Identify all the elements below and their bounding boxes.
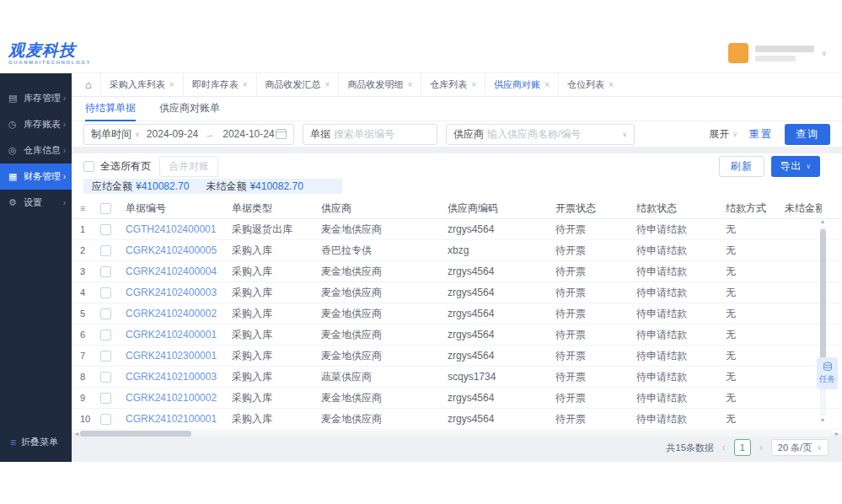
column-header[interactable]: 未结金额: [785, 201, 822, 216]
chevron-down-icon: ∨: [817, 444, 822, 452]
close-icon[interactable]: ×: [325, 80, 330, 89]
row-checkbox[interactable]: [100, 266, 111, 277]
row-index: 3: [80, 266, 100, 276]
close-icon[interactable]: ×: [169, 80, 174, 89]
sub-tab[interactable]: 待结算单据: [85, 97, 136, 121]
page-tab[interactable]: 供应商对账 ×: [485, 73, 558, 96]
date-range-filter[interactable]: 制单时间 ∨ 2024-09-24 → 2024-10-24: [83, 124, 294, 145]
query-button[interactable]: 查询: [785, 124, 830, 145]
order-number-link[interactable]: CGRK24102400005: [126, 244, 217, 256]
row-checkbox[interactable]: [100, 393, 111, 404]
column-header[interactable]: 供应商编码: [448, 201, 555, 216]
table-row[interactable]: 5 CGRK24102400002 采购入库 麦金地供应商 zrgys4564 …: [72, 303, 842, 324]
order-number-link[interactable]: CGRK24102400004: [126, 265, 217, 277]
page-size-select[interactable]: 20 条/页 ∨: [771, 439, 829, 456]
close-icon[interactable]: ×: [243, 80, 248, 89]
close-icon[interactable]: ×: [407, 80, 412, 89]
date-from-value[interactable]: 2024-09-24: [147, 128, 198, 140]
table-row[interactable]: 4 CGRK24102400003 采购入库 麦金地供应商 zrgys4564 …: [72, 282, 842, 303]
column-header[interactable]: 结款方式: [726, 201, 785, 216]
date-to-value[interactable]: 2024-10-24: [223, 128, 274, 140]
close-icon[interactable]: ×: [471, 80, 476, 89]
order-number-link[interactable]: CGRK24102100002: [126, 392, 217, 404]
row-checkbox[interactable]: [100, 245, 111, 256]
sidebar-item[interactable]: ◷ 库存账表 ›: [0, 111, 72, 137]
order-type-cell: 采购入库: [232, 412, 321, 426]
merge-reconcile-button[interactable]: 合并对账: [159, 156, 218, 177]
sidebar-item[interactable]: ⚙ 设置 ›: [0, 190, 72, 216]
reset-button[interactable]: 重置: [746, 127, 776, 142]
order-number-link[interactable]: CGRK24102400002: [126, 308, 217, 319]
scrollbar-thumb[interactable]: [80, 431, 191, 437]
user-menu[interactable]: ∨: [728, 43, 827, 63]
order-number-link[interactable]: CGTH24102400001: [126, 223, 216, 235]
column-header[interactable]: 供应商: [321, 201, 448, 216]
order-number-link[interactable]: CGRK24102300001: [126, 350, 217, 362]
current-page[interactable]: 1: [734, 439, 751, 456]
invoice-status-cell: 待开票: [555, 349, 636, 363]
select-all-pages[interactable]: 全选所有页: [83, 159, 151, 174]
prev-page-icon[interactable]: ‹: [722, 442, 726, 453]
scroll-left-icon[interactable]: ◂: [75, 431, 78, 437]
home-icon[interactable]: ⌂: [77, 73, 100, 96]
column-settings-icon[interactable]: ≡: [80, 203, 85, 213]
supplier-code-cell: zrgys4564: [448, 308, 555, 319]
sidebar-item[interactable]: ◎ 仓库信息 ›: [0, 137, 72, 164]
table-row[interactable]: 2 CGRK24102400005 采购入库 香巴拉专供 xbzg 待开票 待申…: [72, 240, 842, 261]
page-tab[interactable]: 仓位列表 ×: [558, 73, 622, 96]
table-row[interactable]: 1 CGTH24102400001 采购退货出库 麦金地供应商 zrgys456…: [72, 219, 842, 240]
order-number-link[interactable]: CGRK24102400001: [126, 329, 217, 340]
table-row[interactable]: 3 CGRK24102400004 采购入库 麦金地供应商 zrgys4564 …: [72, 261, 842, 282]
page-tab[interactable]: 商品收发汇总 ×: [256, 73, 339, 96]
refresh-button[interactable]: 刷新: [719, 156, 764, 177]
sidebar-item[interactable]: ▦ 财务管理 ›: [0, 164, 72, 190]
task-panel-toggle[interactable]: 任务: [817, 357, 838, 389]
order-number-link[interactable]: CGRK24102400003: [126, 287, 217, 298]
sub-tab[interactable]: 供应商对账单: [159, 97, 220, 121]
order-search-input[interactable]: [334, 128, 430, 140]
export-button[interactable]: 导出 ∨: [771, 156, 820, 177]
supplier-code-cell: zrgys4564: [448, 265, 555, 277]
row-checkbox[interactable]: [100, 287, 111, 298]
collapse-menu-button[interactable]: ≡ 折叠菜单: [10, 436, 58, 448]
header-checkbox[interactable]: [100, 203, 111, 214]
next-page-icon[interactable]: ›: [759, 442, 763, 453]
table-row[interactable]: 6 CGRK24102400001 采购入库 麦金地供应商 zrgys4564 …: [72, 324, 842, 346]
settle-method-cell: 无: [726, 265, 785, 279]
row-checkbox[interactable]: [100, 414, 111, 425]
invoice-status-cell: 待开票: [555, 244, 636, 258]
scroll-down-icon[interactable]: ▾: [821, 417, 824, 424]
horizontal-scrollbar[interactable]: ◂ ▸: [72, 430, 842, 437]
row-checkbox[interactable]: [100, 308, 111, 319]
row-checkbox[interactable]: [100, 372, 111, 383]
avatar[interactable]: [728, 43, 748, 63]
column-header[interactable]: 结款状态: [636, 201, 726, 216]
sidebar-item[interactable]: ▤ 库存管理 ›: [0, 85, 72, 111]
row-checkbox[interactable]: [100, 224, 111, 235]
supplier-search-input[interactable]: [487, 128, 622, 140]
close-icon[interactable]: ×: [609, 80, 614, 89]
expand-filters-toggle[interactable]: 展开 ∨: [709, 127, 737, 142]
table-row[interactable]: 9 CGRK24102100002 采购入库 麦金地供应商 zrgys4564 …: [72, 388, 842, 409]
page-tab[interactable]: 采购入库列表 ×: [100, 73, 183, 96]
table-row[interactable]: 7 CGRK24102300001 采购入库 麦金地供应商 zrgys4564 …: [72, 346, 842, 367]
scroll-right-icon[interactable]: ▸: [835, 431, 839, 437]
column-header[interactable]: 单据类型: [232, 201, 321, 216]
order-number-link[interactable]: CGRK24102100001: [126, 413, 217, 425]
vertical-scrollbar[interactable]: ▴ ▾: [818, 218, 827, 424]
order-number-link[interactable]: CGRK24102100003: [126, 371, 217, 383]
settle-method-cell: 无: [726, 391, 785, 405]
table-row[interactable]: 10 CGRK24102100001 采购入库 麦金地供应商 zrgys4564…: [72, 409, 842, 430]
page-tab[interactable]: 即时库存表 ×: [183, 73, 256, 96]
select-all-checkbox[interactable]: [83, 161, 94, 172]
scrollbar-track[interactable]: [80, 431, 834, 437]
page-tab[interactable]: 仓库列表 ×: [421, 73, 485, 96]
close-icon[interactable]: ×: [544, 80, 550, 89]
column-header[interactable]: 单据编号: [126, 201, 232, 216]
column-header[interactable]: 开票状态: [555, 201, 636, 216]
table-row[interactable]: 8 CGRK24102100003 采购入库 蔬菜供应商 scqys1734 待…: [72, 367, 842, 388]
page-tab[interactable]: 商品收发明细 ×: [338, 73, 421, 96]
scroll-up-icon[interactable]: ▴: [821, 218, 824, 225]
row-checkbox[interactable]: [100, 351, 111, 362]
row-checkbox[interactable]: [100, 330, 111, 340]
